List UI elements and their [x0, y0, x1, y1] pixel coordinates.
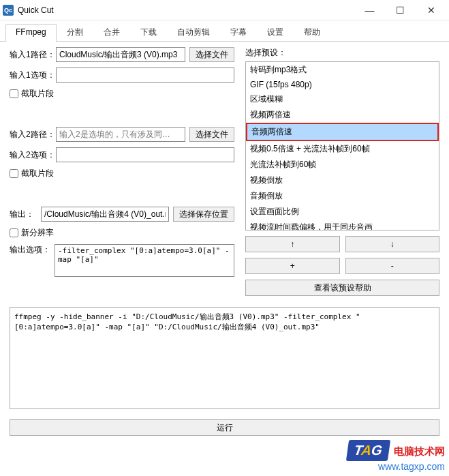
- select-save-location-button[interactable]: 选择保存位置: [173, 207, 234, 222]
- input2-path-label: 输入2路径：: [10, 129, 52, 140]
- input2-cut-label: 截取片段: [21, 168, 54, 179]
- run-button[interactable]: 运行: [10, 419, 439, 436]
- input1-opts-label: 输入1选项：: [10, 70, 52, 81]
- input1-cut-checkbox[interactable]: [10, 89, 18, 98]
- input1-cut-label: 截取片段: [21, 88, 54, 100]
- new-resolution-checkbox[interactable]: [10, 228, 18, 237]
- preset-help-button[interactable]: 查看该预设帮助: [245, 280, 439, 296]
- preset-item[interactable]: 音频倒放: [246, 188, 439, 204]
- input2-select-file-button[interactable]: 选择文件: [189, 127, 234, 142]
- preset-item[interactable]: 光流法补帧到60帧: [246, 157, 439, 173]
- app-icon: Qc: [3, 5, 14, 16]
- input2-opts-input[interactable]: [56, 147, 234, 162]
- tab-合并[interactable]: 合并: [93, 23, 130, 41]
- output-opts-textarea[interactable]: [55, 244, 234, 277]
- command-textarea[interactable]: [10, 307, 439, 409]
- preset-item[interactable]: 音频两倍速: [246, 123, 439, 141]
- tab-分割[interactable]: 分割: [57, 23, 93, 41]
- output-path-input[interactable]: [41, 207, 169, 222]
- input2-path-input[interactable]: [56, 127, 185, 142]
- tab-ffmpeg[interactable]: FFmpeg: [5, 24, 57, 42]
- output-opts-label: 输出选项：: [10, 244, 50, 256]
- input2-cut-checkbox[interactable]: [10, 169, 18, 178]
- maximize-button[interactable]: ☐: [385, 0, 416, 20]
- watermark: TAG 电脑技术网 www.tagxp.com: [347, 440, 445, 472]
- watermark-url: www.tagxp.com: [347, 461, 445, 472]
- preset-item[interactable]: 转码到mp3格式: [246, 62, 439, 78]
- preset-item[interactable]: 区域模糊: [246, 91, 439, 107]
- preset-item[interactable]: 视频0.5倍速 + 光流法补帧到60帧: [246, 141, 439, 157]
- left-panel: 输入1路径： 选择文件 输入1选项： 截取片段 输入2路径： 选择文件 输入2选…: [10, 47, 234, 301]
- preset-move-down-button[interactable]: ↓: [345, 236, 440, 252]
- tab-下载[interactable]: 下载: [130, 23, 167, 41]
- preset-label: 选择预设：: [245, 47, 439, 59]
- preset-remove-button[interactable]: -: [345, 258, 440, 274]
- tab-帮助[interactable]: 帮助: [294, 23, 330, 41]
- output-label: 输出：: [10, 209, 37, 220]
- tab-设置[interactable]: 设置: [257, 23, 294, 41]
- preset-item[interactable]: 视频流时间戳偏移，用于同步音画: [246, 220, 439, 230]
- window-title: Quick Cut: [18, 5, 354, 15]
- watermark-cn: 电脑技术网: [394, 445, 445, 457]
- input1-select-file-button[interactable]: 选择文件: [189, 47, 234, 62]
- new-resolution-label: 新分辨率: [21, 227, 54, 239]
- preset-item[interactable]: GIF (15fps 480p): [246, 78, 439, 91]
- input1-path-label: 输入1路径：: [10, 49, 52, 61]
- preset-move-up-button[interactable]: ↑: [245, 236, 340, 252]
- input1-path-input[interactable]: [56, 47, 185, 62]
- close-button[interactable]: ✕: [416, 0, 446, 20]
- preset-list[interactable]: 转码到mp3格式GIF (15fps 480p)区域模糊视频两倍速音频两倍速视频…: [245, 61, 439, 230]
- input2-opts-label: 输入2选项：: [10, 149, 52, 161]
- preset-item[interactable]: 视频倒放: [246, 173, 439, 188]
- right-panel: 选择预设： 转码到mp3格式GIF (15fps 480p)区域模糊视频两倍速音…: [245, 47, 439, 301]
- input1-opts-input[interactable]: [56, 68, 234, 83]
- minimize-button[interactable]: —: [354, 0, 385, 20]
- tab-自动剪辑[interactable]: 自动剪辑: [167, 23, 220, 41]
- preset-add-button[interactable]: +: [245, 258, 340, 274]
- tab-bar: FFmpeg分割合并下载自动剪辑字幕设置帮助: [0, 20, 449, 42]
- titlebar: Qc Quick Cut — ☐ ✕: [0, 0, 449, 20]
- preset-item[interactable]: 视频两倍速: [246, 107, 439, 123]
- watermark-tag: TAG: [346, 440, 390, 461]
- preset-item[interactable]: 设置画面比例: [246, 204, 439, 220]
- tab-字幕[interactable]: 字幕: [220, 23, 257, 41]
